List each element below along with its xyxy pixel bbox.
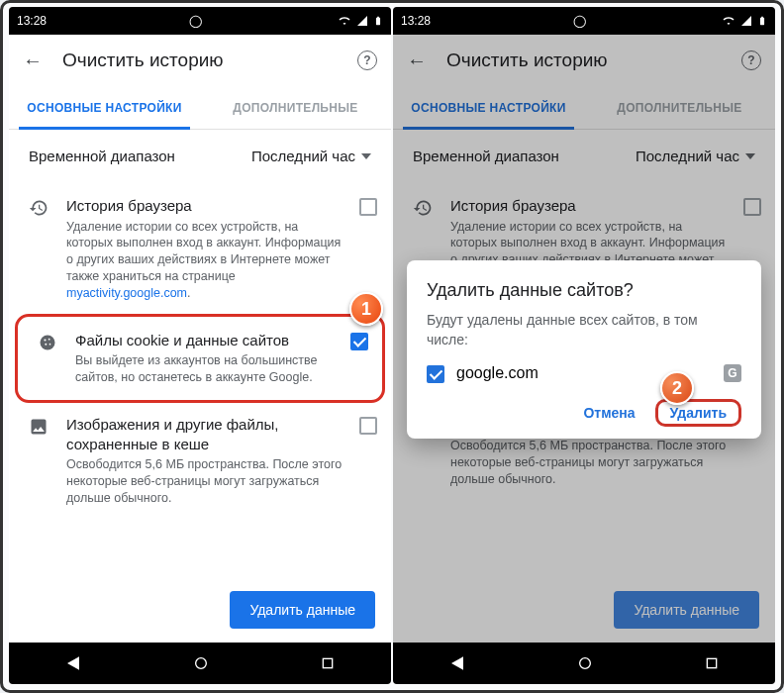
site-name: google.com — [456, 364, 539, 382]
step-badge-2: 2 — [660, 371, 694, 405]
signal-icon — [355, 15, 369, 27]
time-range-value: Последний час — [251, 148, 355, 164]
svg-point-0 — [41, 335, 55, 349]
signal-icon — [739, 15, 753, 27]
back-icon[interactable] — [23, 50, 43, 72]
highlight-step-1: Файлы cookie и данные сайтов Вы выйдете … — [15, 314, 385, 403]
step-badge-1: 1 — [349, 292, 383, 326]
svg-point-4 — [49, 344, 51, 346]
svg-point-2 — [49, 339, 50, 341]
help-icon[interactable]: ? — [357, 50, 377, 70]
history-checkbox[interactable] — [359, 198, 377, 216]
tabs: ОСНОВНЫЕ НАСТРОЙКИ ДОПОЛНИТЕЛЬНЫЕ — [9, 86, 391, 130]
phone-left: 13:28 ◯ Очистить историю ? ОСНОВНЫЕ НАСТ… — [9, 7, 391, 684]
tutorial-frame: 13:28 ◯ Очистить историю ? ОСНОВНЫЕ НАСТ… — [0, 0, 784, 693]
cookies-desc: Вы выйдете из аккаунтов на большинстве с… — [75, 352, 335, 386]
tab-basic[interactable]: ОСНОВНЫЕ НАСТРОЙКИ — [9, 86, 200, 129]
nav-bar — [9, 643, 391, 684]
battery-icon — [373, 14, 383, 28]
nav-back-icon[interactable] — [64, 654, 82, 672]
item-cookies[interactable]: Файлы cookie и данные сайтов Вы выйдете … — [18, 317, 382, 400]
options-list: История браузера Удаление истории со все… — [9, 182, 391, 521]
status-time: 13:28 — [401, 14, 431, 28]
cache-checkbox[interactable] — [359, 417, 377, 435]
status-bar: 13:28 ◯ — [9, 7, 391, 35]
highlight-step-2: Удалить — [655, 399, 741, 427]
google-favicon: G — [724, 364, 741, 382]
time-range-label: Временной диапазон — [29, 148, 175, 164]
svg-point-8 — [580, 658, 591, 669]
nav-home-icon[interactable] — [193, 655, 209, 671]
cache-desc: Освободится 5,6 МБ пространства. После э… — [66, 456, 343, 507]
site-checkbox[interactable] — [427, 365, 444, 383]
app-bar: Очистить историю ? — [9, 35, 391, 86]
phone-right: 13:28 ◯ Очистить историю ? ОСНОВНЫЕ НАСТ… — [393, 7, 775, 684]
status-bar: 13:28 ◯ — [393, 7, 775, 35]
history-icon — [29, 198, 49, 218]
nav-recent-icon[interactable] — [704, 655, 720, 671]
wifi-icon — [722, 15, 735, 27]
history-title: История браузера — [66, 196, 343, 216]
item-history[interactable]: История браузера Удаление истории со все… — [9, 182, 391, 316]
page-title: Очистить историю — [62, 50, 338, 71]
svg-rect-6 — [323, 658, 332, 667]
dialog-title: Удалить данные сайтов? — [427, 280, 741, 301]
status-time: 13:28 — [17, 14, 47, 28]
nav-back-icon[interactable] — [448, 654, 466, 672]
history-desc: Удаление истории со всех устройств, на к… — [66, 219, 343, 302]
dialog-text: Будут удалены данные всех сайтов, в том … — [427, 311, 741, 349]
myactivity-link[interactable]: myactivity.google.com — [66, 286, 187, 300]
cancel-button[interactable]: Отмена — [573, 397, 644, 429]
nav-home-icon[interactable] — [577, 655, 593, 671]
dialog-actions: Отмена Удалить — [427, 397, 741, 429]
image-icon — [29, 417, 49, 437]
nav-bar — [393, 643, 775, 684]
confirm-dialog: Удалить данные сайтов? Будут удалены дан… — [407, 260, 761, 439]
wifi-icon — [338, 15, 351, 27]
nav-recent-icon[interactable] — [320, 655, 336, 671]
clear-data-button[interactable]: Удалить данные — [230, 591, 375, 629]
cookies-checkbox[interactable] — [350, 333, 368, 350]
dialog-site-row: google.com G — [427, 363, 741, 383]
svg-rect-9 — [707, 658, 716, 667]
svg-point-5 — [196, 658, 207, 669]
battery-icon — [757, 14, 767, 28]
tab-advanced[interactable]: ДОПОЛНИТЕЛЬНЫЕ — [200, 86, 391, 129]
time-range-row[interactable]: Временной диапазон Последний час — [9, 130, 391, 182]
dropdown-icon — [361, 153, 371, 159]
cookies-title: Файлы cookie и данные сайтов — [75, 331, 335, 350]
cache-title: Изображения и другие файлы, сохраненные … — [66, 415, 343, 453]
item-cache[interactable]: Изображения и другие файлы, сохраненные … — [9, 401, 391, 521]
cookie-icon — [38, 333, 57, 352]
svg-point-3 — [45, 344, 47, 346]
svg-point-1 — [44, 339, 46, 341]
